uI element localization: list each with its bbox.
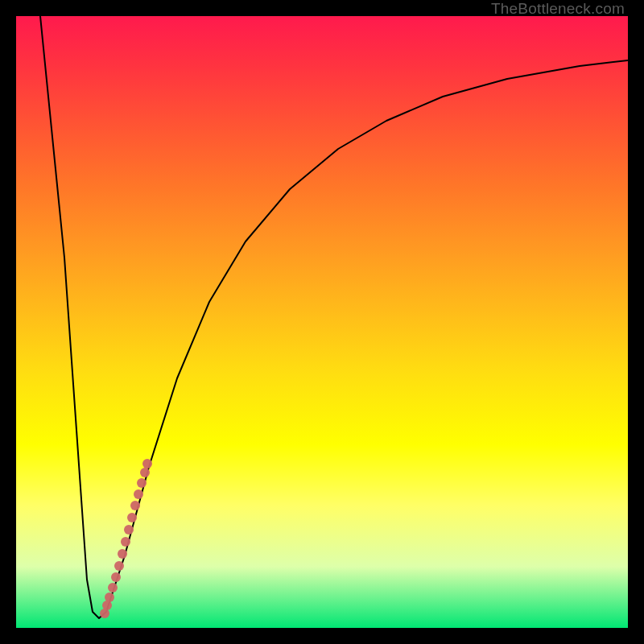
chart-svg [16, 16, 628, 628]
svg-point-11 [134, 489, 143, 499]
svg-point-13 [140, 468, 150, 477]
highlight-segment [100, 459, 152, 618]
svg-point-2 [105, 592, 114, 602]
svg-point-7 [121, 537, 130, 547]
svg-point-5 [114, 561, 124, 571]
plot-area [16, 16, 628, 628]
svg-point-3 [108, 583, 118, 592]
svg-point-14 [142, 459, 152, 469]
svg-point-9 [127, 513, 137, 522]
svg-point-4 [111, 572, 121, 582]
svg-point-6 [118, 549, 127, 559]
attribution-text: TheBottleneck.com [491, 0, 625, 18]
svg-point-12 [137, 478, 147, 488]
outer-frame: TheBottleneck.com [0, 0, 644, 644]
svg-point-10 [130, 501, 140, 510]
svg-point-8 [124, 525, 134, 535]
